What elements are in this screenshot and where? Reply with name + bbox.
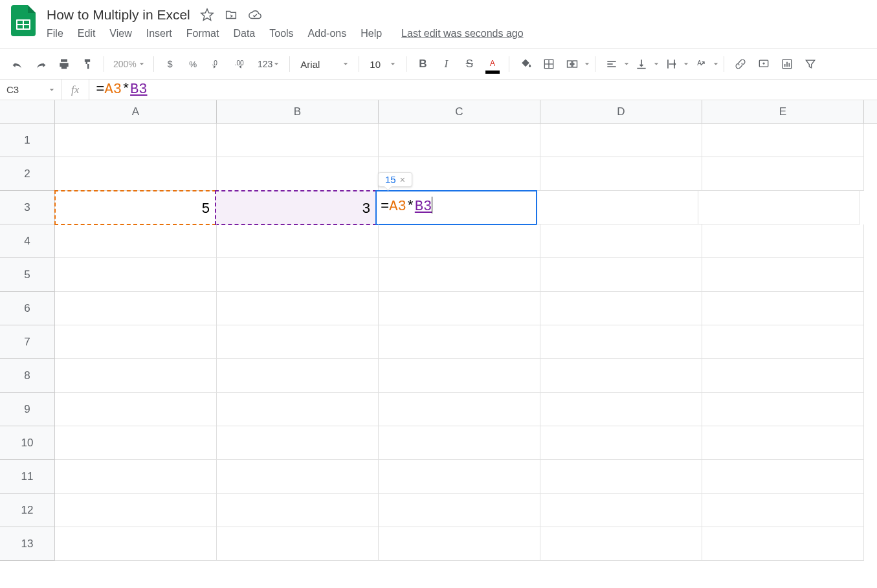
cell-B10[interactable] (217, 426, 379, 460)
cell-E2[interactable] (702, 157, 864, 191)
cell-E7[interactable] (702, 325, 864, 359)
menu-insert[interactable]: Insert (146, 28, 172, 39)
cell-E12[interactable] (702, 494, 864, 527)
tooltip-close-icon[interactable]: × (400, 175, 405, 185)
menu-edit[interactable]: Edit (78, 28, 96, 39)
row-header-5[interactable]: 5 (0, 258, 55, 292)
insert-comment-button[interactable] (753, 53, 775, 75)
vertical-align-button[interactable] (630, 53, 659, 75)
cell-B12[interactable] (217, 494, 379, 527)
print-button[interactable] (53, 53, 75, 75)
row-header-13[interactable]: 13 (0, 527, 55, 561)
col-header-A[interactable]: A (55, 100, 217, 123)
increase-decimal-button[interactable]: .00 (229, 53, 251, 75)
menu-data[interactable]: Data (233, 28, 255, 39)
menu-format[interactable]: Format (186, 28, 219, 39)
cell-A11[interactable] (55, 460, 217, 494)
menu-help[interactable]: Help (361, 28, 382, 39)
text-color-button[interactable]: A (482, 53, 504, 75)
row-header-8[interactable]: 8 (0, 359, 55, 393)
sheets-logo-icon[interactable] (10, 5, 37, 36)
cell-E1[interactable] (702, 124, 864, 157)
cell-D10[interactable] (540, 426, 702, 460)
cell-E9[interactable] (702, 393, 864, 426)
cell-B9[interactable] (217, 393, 379, 426)
row-header-7[interactable]: 7 (0, 325, 55, 359)
row-header-11[interactable]: 11 (0, 460, 55, 494)
cell-A8[interactable] (55, 359, 217, 393)
cell-E4[interactable] (702, 224, 864, 258)
last-edit-link[interactable]: Last edit was seconds ago (401, 28, 524, 39)
cell-E5[interactable] (702, 258, 864, 292)
filter-button[interactable] (799, 53, 821, 75)
cell-E3[interactable] (698, 191, 860, 224)
cell-C10[interactable] (379, 426, 540, 460)
cell-D3[interactable] (537, 191, 698, 224)
cell-B13[interactable] (217, 527, 379, 561)
cell-A7[interactable] (55, 325, 217, 359)
text-rotation-button[interactable]: A (690, 53, 718, 75)
cell-A5[interactable] (55, 258, 217, 292)
undo-button[interactable] (6, 53, 28, 75)
percent-button[interactable]: % (183, 53, 205, 75)
font-select[interactable]: Arial (295, 59, 353, 70)
row-header-3[interactable]: 3 (0, 191, 55, 224)
row-header-4[interactable]: 4 (0, 224, 55, 258)
cell-D9[interactable] (540, 393, 702, 426)
borders-button[interactable] (538, 53, 560, 75)
row-header-6[interactable]: 6 (0, 292, 55, 325)
cloud-saved-icon[interactable] (248, 8, 262, 22)
cell-E11[interactable] (702, 460, 864, 494)
cell-B11[interactable] (217, 460, 379, 494)
row-header-12[interactable]: 12 (0, 494, 55, 527)
select-all-corner[interactable] (0, 100, 55, 123)
cell-A10[interactable] (55, 426, 217, 460)
cell-B6[interactable] (217, 292, 379, 325)
cell-A2[interactable] (55, 157, 217, 191)
cell-C8[interactable] (379, 359, 540, 393)
cell-D8[interactable] (540, 359, 702, 393)
decrease-decimal-button[interactable]: .0 (206, 53, 228, 75)
col-header-B[interactable]: B (217, 100, 379, 123)
cell-D13[interactable] (540, 527, 702, 561)
italic-button[interactable]: I (435, 53, 457, 75)
bold-button[interactable]: B (412, 53, 434, 75)
cell-C3[interactable]: 15 × =A3*B3 (375, 190, 537, 225)
cell-D5[interactable] (540, 258, 702, 292)
cell-E13[interactable] (702, 527, 864, 561)
cell-E8[interactable] (702, 359, 864, 393)
move-folder-icon[interactable] (224, 8, 238, 22)
horizontal-align-button[interactable] (601, 53, 629, 75)
cell-C1[interactable] (379, 124, 540, 157)
cell-B5[interactable] (217, 258, 379, 292)
cell-B4[interactable] (217, 224, 379, 258)
cell-A4[interactable] (55, 224, 217, 258)
cell-B2[interactable] (217, 157, 379, 191)
strikethrough-button[interactable]: S (458, 53, 480, 75)
cell-A1[interactable] (55, 124, 217, 157)
cell-C12[interactable] (379, 494, 540, 527)
cell-B1[interactable] (217, 124, 379, 157)
cell-C9[interactable] (379, 393, 540, 426)
row-header-1[interactable]: 1 (0, 124, 55, 157)
col-header-E[interactable]: E (702, 100, 864, 123)
row-header-10[interactable]: 10 (0, 426, 55, 460)
formula-input[interactable]: =A3*B3 (89, 82, 877, 98)
cell-A3[interactable]: 5 (54, 190, 216, 225)
text-wrap-button[interactable] (660, 53, 689, 75)
cell-D1[interactable] (540, 124, 702, 157)
cell-D12[interactable] (540, 494, 702, 527)
number-format-select[interactable]: 123 (252, 59, 284, 69)
font-size-select[interactable]: 10 (364, 59, 401, 70)
col-header-C[interactable]: C (379, 100, 540, 123)
menu-file[interactable]: File (47, 28, 63, 39)
cell-D6[interactable] (540, 292, 702, 325)
zoom-select[interactable]: 200% (109, 59, 148, 69)
menu-view[interactable]: View (109, 28, 131, 39)
name-box[interactable]: C3 (0, 80, 61, 100)
cell-B7[interactable] (217, 325, 379, 359)
cell-D7[interactable] (540, 325, 702, 359)
menu-tools[interactable]: Tools (269, 28, 293, 39)
cell-C13[interactable] (379, 527, 540, 561)
cell-A6[interactable] (55, 292, 217, 325)
